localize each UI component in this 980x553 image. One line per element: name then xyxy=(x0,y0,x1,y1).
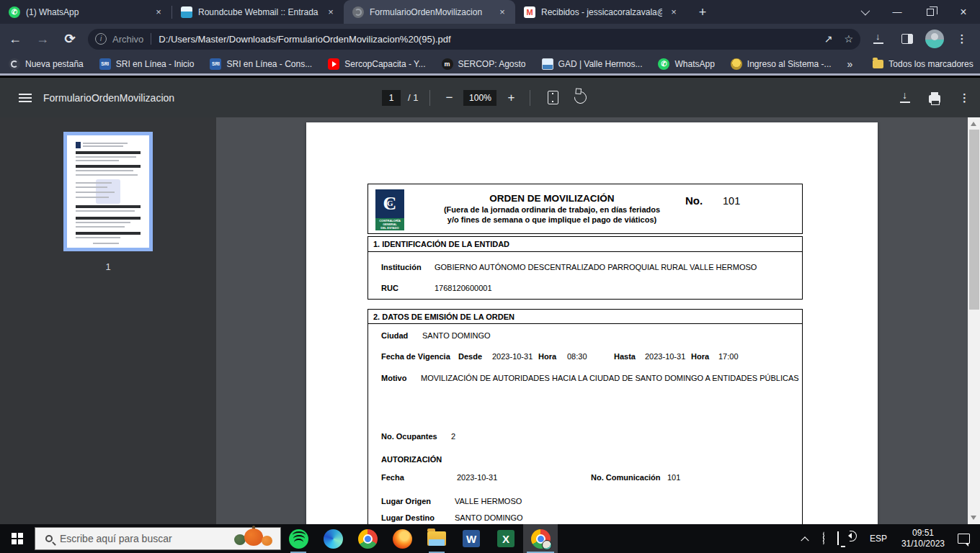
tray-time: 09:51 xyxy=(901,528,945,539)
zoom-level-input[interactable]: 100% xyxy=(463,90,496,106)
address-bar[interactable]: i Archivo D:/Users/Master/Downloads/Form… xyxy=(88,29,860,50)
whatsapp-favicon xyxy=(9,6,20,18)
tab-search-button[interactable] xyxy=(847,0,881,24)
network-icon[interactable] xyxy=(837,532,839,545)
edge-icon xyxy=(324,529,343,549)
screen: (1) WhatsApp × Roundcube Webmail :: Entr… xyxy=(0,0,980,553)
destino-value: SANTO DOMINGO xyxy=(455,513,523,522)
browser-menu-button[interactable]: ⋮ xyxy=(951,28,973,50)
page-thumbnail[interactable] xyxy=(63,132,153,251)
taskbar-chrome-active[interactable] xyxy=(523,524,558,553)
whatsapp-icon xyxy=(658,58,669,70)
back-button[interactable]: ← xyxy=(3,27,27,51)
pdf-page: CG C G CONTRALORÍA GENERAL xyxy=(306,122,878,524)
bookmark-nueva-pestana[interactable]: Nueva pestaña xyxy=(9,58,84,70)
tab-gmail[interactable]: M Recibidos - jessicacoralzavala@g × xyxy=(515,0,687,24)
restore-button[interactable] xyxy=(914,0,947,24)
bookmark-sercopcapacita[interactable]: SercopCapacita - Y... xyxy=(328,58,425,70)
taskbar-edge[interactable] xyxy=(316,524,350,553)
folder-icon xyxy=(873,60,883,68)
restore-icon xyxy=(927,9,934,16)
bookmark-sercop-agosto[interactable]: m SERCOP: Agosto xyxy=(442,58,526,70)
pdf-menu-icon[interactable] xyxy=(19,94,32,102)
reload-button[interactable]: ⟳ xyxy=(58,27,82,51)
tab-close-icon[interactable]: × xyxy=(668,6,680,18)
rotate-icon[interactable] xyxy=(572,89,589,107)
pdf-more-menu-icon[interactable]: ⋮ xyxy=(959,91,970,104)
tab-pdf-active[interactable]: FormularioOrdenMovilizacion × xyxy=(344,0,515,24)
volume-icon[interactable] xyxy=(852,532,856,545)
close-window-button[interactable]: × xyxy=(947,0,980,24)
tab-close-icon[interactable]: × xyxy=(153,6,164,18)
page-info-icon[interactable]: i xyxy=(95,33,107,45)
onedrive-icon[interactable] xyxy=(823,532,824,545)
order-number-value: 101 xyxy=(723,195,740,207)
forward-button[interactable]: → xyxy=(30,27,55,51)
gmail-favicon: M xyxy=(524,6,535,18)
all-bookmarks-button[interactable]: Todos los marcadores xyxy=(873,59,973,69)
bookmarks-overflow-chevron[interactable]: » xyxy=(847,58,853,70)
bookmark-sri-consultas[interactable]: SRI SRI en Línea - Cons... xyxy=(210,58,312,70)
notification-center-icon[interactable] xyxy=(958,534,970,544)
pdf-toolbar-right: ⋮ xyxy=(900,91,970,104)
new-tab-button[interactable]: + xyxy=(692,2,713,22)
form-title: ORDEN DE MOVILIZACIÓN xyxy=(429,193,674,204)
page-number-input[interactable]: 1 xyxy=(382,90,401,106)
side-panel-icon xyxy=(901,34,913,44)
origen-label: Lugar Origen xyxy=(381,497,431,505)
start-button[interactable] xyxy=(0,524,35,553)
document-viewer[interactable]: CG C G CONTRALORÍA GENERAL xyxy=(216,117,968,524)
pdf-download-icon[interactable] xyxy=(900,92,910,103)
ciudad-value: SANTO DOMINGO xyxy=(422,331,491,340)
scrollbar-thumb[interactable] xyxy=(969,130,979,310)
fit-page-icon[interactable] xyxy=(548,91,558,104)
taskbar-excel[interactable]: X xyxy=(489,524,523,553)
fecha-value: 2023-10-31 xyxy=(457,473,497,482)
bookmark-whatsapp[interactable]: WhatsApp xyxy=(658,58,714,70)
taskbar-chrome[interactable] xyxy=(350,524,385,553)
side-panel-button[interactable] xyxy=(896,28,918,50)
downloads-button[interactable] xyxy=(868,28,889,50)
tab-title: Roundcube Webmail :: Entrada xyxy=(198,7,319,17)
bookmark-ingreso-sistema[interactable]: Ingreso al Sistema -... xyxy=(731,58,832,70)
minimize-button[interactable]: — xyxy=(881,0,914,24)
language-indicator[interactable]: ESP xyxy=(870,534,887,544)
clock[interactable]: 09:51 31/10/2023 xyxy=(901,528,945,549)
tab-whatsapp[interactable]: (1) WhatsApp × xyxy=(0,0,172,24)
taskbar-spotify[interactable] xyxy=(281,524,316,553)
cge-monogram-inner: G xyxy=(387,199,393,207)
print-icon[interactable] xyxy=(929,95,940,103)
bookmark-star-icon[interactable]: ☆ xyxy=(844,33,853,45)
zoom-in-button[interactable]: + xyxy=(504,91,518,105)
desde-label: Desde xyxy=(458,352,482,361)
toolbar-right: ⋮ xyxy=(866,28,980,50)
form-title-block: ORDEN DE MOVILIZACIÓN (Fuera de la jorna… xyxy=(429,193,674,225)
tab-close-icon[interactable]: × xyxy=(325,6,337,18)
scroll-down-arrow[interactable] xyxy=(971,516,976,520)
taskbar-explorer[interactable] xyxy=(419,524,454,553)
bookmark-label: WhatsApp xyxy=(674,59,714,69)
ciudad-label: Ciudad xyxy=(381,331,408,340)
taskbar-search[interactable]: Escribe aquí para buscar xyxy=(35,527,281,550)
institucion-value: GOBIERNO AUTÓNOMO DESCENTRALIZADO PARROQ… xyxy=(435,263,757,271)
vertical-scrollbar[interactable] xyxy=(968,117,980,524)
motivo-label: Motivo xyxy=(381,374,406,382)
scroll-up-arrow[interactable] xyxy=(971,122,976,126)
zoom-out-button[interactable]: − xyxy=(442,91,456,105)
tray-expand-chevron-icon[interactable] xyxy=(801,536,808,544)
bookmark-label: Nueva pestaña xyxy=(25,59,84,69)
profile-badge xyxy=(542,540,552,550)
word-icon: W xyxy=(463,530,480,547)
page-count-label: / 1 xyxy=(408,92,418,103)
tab-roundcube[interactable]: Roundcube Webmail :: Entrada × xyxy=(172,0,344,24)
taskbar-word[interactable]: W xyxy=(454,524,489,553)
taskbar-firefox[interactable] xyxy=(385,524,419,553)
tab-close-icon[interactable]: × xyxy=(496,6,508,18)
pdf-document-title: FormularioOrdenMovilizacion xyxy=(43,92,174,104)
excel-icon: X xyxy=(497,530,514,547)
chrome-icon xyxy=(358,529,378,549)
share-icon[interactable]: ↗ xyxy=(824,33,833,45)
bookmark-sri-inicio[interactable]: SRI SRI en Línea - Inicio xyxy=(99,58,195,70)
profile-avatar[interactable] xyxy=(925,30,944,48)
bookmark-gad-valle-hermoso[interactable]: GAD | Valle Hermos... xyxy=(542,58,643,70)
